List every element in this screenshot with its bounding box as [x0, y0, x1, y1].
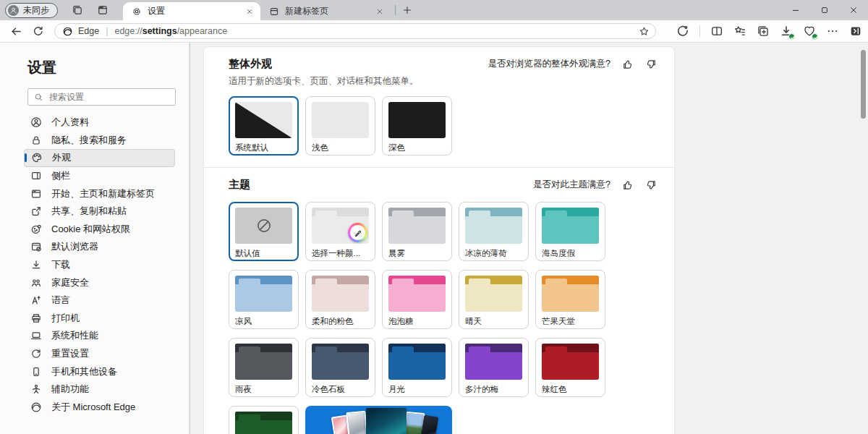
thumbs-up-icon[interactable]	[622, 59, 634, 70]
sidebar-item-appearance[interactable]: 外观	[24, 149, 175, 167]
profile-button[interactable]: 未同步	[5, 3, 58, 18]
sidebar-item-family[interactable]: 家庭安全	[24, 273, 175, 292]
sidebar-item-start-home[interactable]: 开始、主页和新建标签页	[24, 184, 175, 203]
split-screen-icon[interactable]	[710, 25, 723, 38]
new-tab-page-icon	[269, 7, 279, 17]
collections-icon[interactable]	[757, 25, 770, 38]
swatch	[312, 344, 369, 380]
tab-actions-icon[interactable]	[97, 4, 109, 16]
sidebar-item-phone[interactable]: 手机和其他设备	[24, 362, 175, 380]
minimize-button[interactable]	[781, 0, 810, 20]
back-icon[interactable]	[10, 25, 22, 38]
sidebar-item-languages[interactable]: 语言	[24, 292, 175, 310]
theme-mango-paradise[interactable]: 芒果天堂	[535, 270, 605, 329]
theme-sunny-day[interactable]: 晴天	[459, 270, 529, 329]
swatch	[235, 208, 292, 244]
theme-moonlight[interactable]: 月光	[382, 338, 452, 397]
theme-juicy-plum[interactable]: 多汁的梅	[459, 338, 529, 397]
sidebar-item-privacy[interactable]: 隐私、搜索和服务	[24, 132, 175, 150]
swatch	[235, 344, 292, 380]
swatch	[388, 276, 446, 312]
theme-default[interactable]: 默认值	[229, 202, 299, 261]
option-dark[interactable]: 深色	[382, 96, 452, 156]
palette-icon	[31, 152, 43, 163]
option-light[interactable]: 浅色	[305, 96, 375, 156]
essentials-status-badge	[812, 33, 818, 40]
swatch	[388, 208, 446, 244]
lock-icon	[30, 135, 42, 146]
thumbs-up-icon[interactable]	[622, 179, 634, 191]
photo-thumb	[366, 408, 407, 434]
omnibox-separator: |	[106, 26, 108, 36]
feedback-question: 是否对浏览器的整体外观满意?	[488, 58, 610, 70]
new-tab-button[interactable]	[400, 3, 414, 17]
close-tab-icon[interactable]	[244, 7, 255, 17]
theme-gallery-banner[interactable]	[305, 406, 452, 434]
refresh-icon[interactable]	[33, 25, 44, 37]
tab-new-tab-page[interactable]: 新建标签页	[260, 2, 391, 20]
close-window-button[interactable]	[839, 0, 868, 20]
swatch	[312, 276, 369, 312]
sidebar-item-reset[interactable]: 重置设置	[24, 345, 175, 363]
theme-cool-slate[interactable]: 冷色石板	[305, 338, 375, 397]
gear-icon	[132, 7, 142, 17]
swatch	[235, 102, 292, 138]
theme-morning-mist[interactable]: 晨雾	[382, 202, 452, 261]
printer-icon	[30, 312, 42, 324]
sidebar-item-about[interactable]: 关于 Microsoft Edge	[24, 399, 175, 417]
sidebar-item-printers[interactable]: 打印机	[24, 310, 175, 328]
theme-soft-pink[interactable]: 柔和的粉色	[305, 270, 375, 329]
person-icon	[30, 116, 42, 128]
theme-rainy-night[interactable]: 雨夜	[229, 338, 299, 397]
sidebar-item-default-browser[interactable]: 默认浏览器	[24, 238, 175, 256]
sidebar-item-downloads[interactable]: 下载	[24, 256, 175, 274]
option-system-default[interactable]: 系统默认	[229, 96, 299, 156]
settings-main: 整体外观 是否对浏览器的整体外观满意? 适用于新的选项卡、页面、对话框和其他菜单…	[190, 43, 868, 434]
theme-bubble-gum[interactable]: 泡泡糖	[382, 270, 452, 329]
toolbar-actions	[676, 25, 862, 38]
section-subtitle: 适用于新的选项卡、页面、对话框和其他菜单。	[229, 75, 657, 88]
thumbs-down-icon[interactable]	[645, 59, 657, 70]
favorites-icon[interactable]	[733, 25, 746, 38]
theme-cool-mint[interactable]: 冰凉的薄荷	[459, 202, 529, 261]
search-box[interactable]	[27, 88, 176, 106]
thumbs-down-icon[interactable]	[645, 179, 657, 191]
search-input[interactable]	[49, 92, 158, 102]
scrollbar-thumb[interactable]	[861, 50, 866, 119]
address-bar[interactable]: Edge | edge://settings/appearance	[54, 23, 656, 39]
favorite-star-icon[interactable]	[639, 26, 650, 37]
sidebar-item-share-copy[interactable]: 共享、复制和粘贴	[24, 203, 175, 221]
theme-grid: 默认值 选择一种颜...	[229, 202, 657, 434]
workspaces-icon[interactable]	[72, 4, 83, 16]
sidebar-item-system[interactable]: 系统和性能	[24, 327, 175, 345]
section-title: 主题	[229, 178, 250, 192]
swatch	[388, 344, 446, 380]
profile-label: 未同步	[23, 4, 49, 17]
section-divider	[204, 167, 674, 168]
tab-settings[interactable]: 设置	[123, 2, 260, 20]
more-options-icon[interactable]	[826, 25, 839, 38]
close-tab-icon[interactable]	[375, 7, 385, 17]
copilot-icon[interactable]	[676, 25, 689, 38]
appearance-panel: 整体外观 是否对浏览器的整体外观满意? 适用于新的选项卡、页面、对话框和其他菜单…	[203, 46, 675, 434]
theme-cool-breeze[interactable]: 凉风	[229, 270, 299, 329]
sidebar-toggle-icon[interactable]	[849, 25, 862, 38]
download-icon	[30, 259, 42, 271]
color-picker-icon[interactable]	[348, 223, 367, 242]
theme-green[interactable]	[229, 406, 299, 434]
accessibility-icon	[30, 383, 42, 395]
sidebar-item-accessibility[interactable]: 辅助功能	[24, 380, 175, 399]
swatch	[235, 412, 292, 434]
reset-icon	[30, 348, 42, 359]
site-brand: Edge	[78, 26, 99, 36]
sidebar-item-sidebar[interactable]: 侧栏	[24, 167, 175, 185]
settings-nav: 个人资料 隐私、搜索和服务 外观 侧栏 开始、主页和新建标签页 共享、复制和粘贴	[0, 114, 189, 416]
theme-custom-color[interactable]: 选择一种颜...	[305, 202, 375, 261]
theme-spicy-red[interactable]: 辣红色	[535, 338, 605, 397]
maximize-button[interactable]	[810, 0, 839, 20]
sidebar-item-profiles[interactable]: 个人资料	[24, 114, 175, 132]
theme-island-getaway[interactable]: 海岛度假	[535, 202, 605, 261]
downloads-icon[interactable]	[780, 25, 793, 38]
browser-essentials-icon[interactable]	[803, 25, 816, 38]
sidebar-item-cookies[interactable]: Cookie 和网站权限	[24, 221, 175, 239]
